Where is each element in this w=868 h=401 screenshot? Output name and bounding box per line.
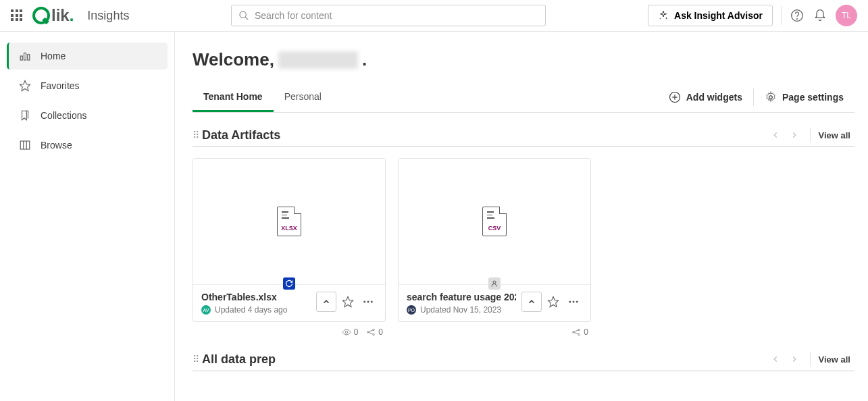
artifact-card[interactable]: XLSX OtherTables.xlsx AV Updated 4 <box>193 158 386 322</box>
drag-handle-icon[interactable]: ⠿ <box>193 354 198 365</box>
dots-icon <box>567 296 580 308</box>
svg-rect-7 <box>24 53 26 61</box>
svg-point-3 <box>660 18 661 19</box>
file-xlsx-icon: XLSX <box>277 207 301 236</box>
search-input[interactable] <box>255 10 538 21</box>
sidebar-item-home[interactable]: Home <box>7 43 168 70</box>
chevron-left-icon[interactable] <box>771 354 780 364</box>
card-meta: search feature usage 2023.cs PO Updated … <box>407 292 516 315</box>
svg-point-0 <box>240 11 246 18</box>
sidebar-item-label: Browse <box>41 140 72 151</box>
svg-point-23 <box>373 329 374 330</box>
section-data-artifacts: ⠿ Data Artifacts View all <box>193 128 854 337</box>
views-stat: 0 <box>342 327 359 337</box>
card-updated: PO Updated Nov 15, 2023 <box>407 305 516 315</box>
svg-line-25 <box>369 330 373 331</box>
svg-line-35 <box>574 330 578 331</box>
ask-insight-advisor-button[interactable]: Ask Insight Advisor <box>648 5 773 26</box>
section-header: ⠿ All data prep View all <box>193 352 854 371</box>
svg-point-16 <box>769 96 773 99</box>
section-header: ⠿ Data Artifacts View all <box>193 128 854 147</box>
expand-button[interactable] <box>521 292 542 312</box>
view-all-link[interactable]: View all <box>815 354 854 365</box>
section-title: Data Artifacts <box>202 128 764 142</box>
card-footer: OtherTables.xlsx AV Updated 4 days ago <box>193 284 385 321</box>
chart-icon <box>19 50 31 62</box>
section-pager <box>764 130 806 140</box>
star-icon <box>547 296 559 308</box>
user-avatar[interactable]: TL <box>836 5 857 26</box>
section-title: All data prep <box>202 352 764 367</box>
svg-marker-17 <box>343 297 353 307</box>
plus-circle-icon <box>669 91 681 103</box>
more-button[interactable] <box>359 293 377 311</box>
bookmark-icon <box>19 109 31 122</box>
search-box[interactable] <box>231 5 546 26</box>
card-stats: 0 0 <box>193 322 386 337</box>
star-icon <box>19 80 31 92</box>
views-count: 0 <box>354 327 359 337</box>
chevron-up-icon <box>322 297 331 306</box>
add-widgets-button[interactable]: Add widgets <box>658 82 753 112</box>
eye-icon <box>342 327 351 337</box>
welcome-prefix: Welcome, <box>193 49 274 70</box>
brand-logo[interactable]: lik. <box>32 6 74 25</box>
favorite-button[interactable] <box>339 293 357 311</box>
card-wrap: XLSX OtherTables.xlsx AV Updated 4 <box>193 158 386 337</box>
svg-line-36 <box>574 333 578 334</box>
share-icon <box>366 327 376 337</box>
svg-point-5 <box>797 19 798 20</box>
expand-button[interactable] <box>316 292 336 312</box>
drag-handle-icon[interactable]: ⠿ <box>193 130 198 140</box>
sidebar-item-label: Favorites <box>41 80 80 91</box>
svg-point-32 <box>573 331 574 333</box>
person-badge-icon <box>488 277 501 290</box>
help-icon[interactable] <box>790 8 805 23</box>
svg-point-22 <box>367 331 369 333</box>
svg-point-21 <box>345 331 348 333</box>
page-settings-label: Page settings <box>782 92 844 103</box>
svg-point-20 <box>371 301 373 303</box>
view-all-link[interactable]: View all <box>815 130 854 140</box>
card-preview: CSV <box>399 159 590 284</box>
apps-launcher-icon[interactable] <box>11 9 23 22</box>
page-settings-button[interactable]: Page settings <box>754 82 854 112</box>
card-title: OtherTables.xlsx <box>201 292 311 302</box>
card-preview: XLSX <box>193 159 385 284</box>
cards-row: XLSX OtherTables.xlsx AV Updated 4 <box>193 158 854 337</box>
favorite-button[interactable] <box>544 293 562 311</box>
svg-line-1 <box>245 17 248 20</box>
product-name: Insights <box>87 9 129 23</box>
artifact-card[interactable]: CSV search feature usage 2023.cs PO <box>398 158 591 322</box>
svg-rect-10 <box>20 141 30 149</box>
svg-point-2 <box>666 18 667 18</box>
sparkle-icon <box>658 10 669 21</box>
gear-icon <box>765 91 777 103</box>
brand-text: lik <box>51 6 70 25</box>
tab-personal[interactable]: Personal <box>274 83 332 112</box>
sidebar-item-favorites[interactable]: Favorites <box>7 72 168 99</box>
svg-rect-6 <box>20 56 22 60</box>
shares-count: 0 <box>378 327 383 337</box>
sidebar-item-collections[interactable]: Collections <box>7 102 168 129</box>
shares-count: 0 <box>584 327 588 337</box>
sidebar-item-browse[interactable]: Browse <box>7 132 168 159</box>
sidebar-item-label: Collections <box>41 110 86 121</box>
more-button[interactable] <box>565 293 582 311</box>
chevron-left-icon[interactable] <box>771 130 780 140</box>
updated-text: Updated 4 days ago <box>215 305 287 315</box>
svg-point-29 <box>569 301 571 303</box>
chevron-right-icon[interactable] <box>790 130 799 140</box>
bell-icon[interactable] <box>813 8 827 23</box>
welcome-heading: Welcome, . <box>193 49 854 70</box>
ask-label: Ask Insight Advisor <box>674 10 763 21</box>
svg-marker-28 <box>548 297 559 307</box>
tab-tenant-home[interactable]: Tenant Home <box>193 83 274 112</box>
divider <box>810 352 811 367</box>
columns-icon <box>19 139 31 151</box>
card-wrap: CSV search feature usage 2023.cs PO <box>398 158 591 337</box>
chevron-up-icon <box>527 297 536 306</box>
chevron-right-icon[interactable] <box>790 354 799 364</box>
divider <box>810 128 811 142</box>
section-pager <box>764 354 806 364</box>
